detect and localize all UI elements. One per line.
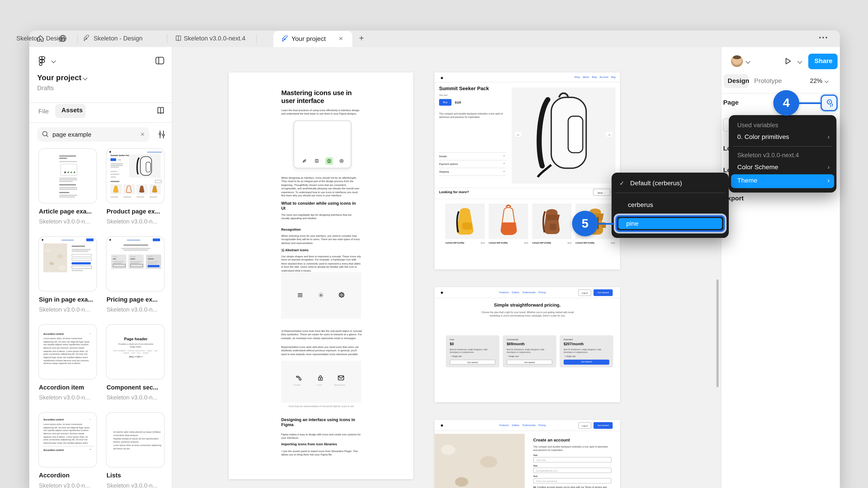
figma-menu-button[interactable] bbox=[37, 56, 57, 67]
new-tab-button[interactable]: + bbox=[359, 33, 364, 43]
plan-cta[interactable]: Get started bbox=[507, 360, 553, 365]
nav-link[interactable]: Bag bbox=[611, 76, 616, 78]
present-button[interactable] bbox=[784, 57, 792, 65]
nav-link[interactable]: Pricing bbox=[538, 291, 546, 294]
file-tab-label-2: Skeleton v3.0.0-next.4 bbox=[184, 35, 246, 41]
library-button[interactable] bbox=[156, 107, 165, 115]
nav-link[interactable]: Testimonials bbox=[522, 291, 535, 294]
login-button[interactable]: Log in bbox=[578, 422, 591, 429]
zoom-select[interactable]: 22% bbox=[810, 77, 822, 84]
article-p: Figma makes it easy to design with icons… bbox=[281, 433, 362, 440]
shop-logo-icon bbox=[441, 77, 443, 79]
signup-title: Create an account bbox=[533, 437, 570, 443]
accordion-payment[interactable]: Payment options bbox=[439, 163, 458, 165]
related-card[interactable] bbox=[532, 203, 572, 239]
nav-link[interactable]: Gallery bbox=[512, 424, 520, 427]
nav-link[interactable]: Gallery bbox=[512, 291, 520, 294]
terms-checkbox[interactable] bbox=[533, 486, 536, 488]
nav-link[interactable]: Features bbox=[499, 291, 509, 294]
asset-library: Skeleton v3.0.0-n... bbox=[106, 218, 158, 225]
nav-link[interactable]: Pricing bbox=[538, 424, 546, 427]
signup-nav: Features Gallery Testimonials Pricing bbox=[499, 424, 546, 427]
artboard-pricing[interactable]: Features Gallery Testimonials Pricing Lo… bbox=[434, 287, 620, 402]
nav-link[interactable]: Shop bbox=[575, 76, 580, 78]
apply-variable-icon bbox=[825, 98, 834, 108]
pricing-nav: Features Gallery Testimonials Pricing bbox=[499, 291, 546, 294]
more-button[interactable]: More → bbox=[593, 189, 610, 196]
divider bbox=[29, 102, 173, 103]
article-li: • Use the assets panel to import icons f… bbox=[281, 450, 360, 457]
library-book-icon bbox=[175, 35, 182, 42]
clear-search-icon[interactable]: × bbox=[141, 130, 145, 138]
menu-item-default-cerberus[interactable]: ✓ Default (cerberus) bbox=[619, 180, 682, 186]
thumbnail-preview: Accordion control – Lorem ipsum dolor, s… bbox=[38, 324, 97, 380]
plan-cta[interactable]: Get started bbox=[564, 360, 610, 365]
thumbnail-preview bbox=[38, 236, 97, 292]
login-button[interactable]: Log in bbox=[578, 289, 591, 296]
related-card[interactable] bbox=[445, 203, 485, 239]
name-field[interactable]: John Doe... bbox=[533, 457, 612, 462]
site-logo-icon bbox=[441, 424, 443, 427]
asset-library: Skeleton v3.0.0-n... bbox=[39, 394, 90, 400]
asset-library: Skeleton v3.0.0-n... bbox=[39, 306, 90, 313]
selected-user-icon bbox=[325, 157, 333, 165]
thumbnail-preview: Summit Seeker Pack bbox=[106, 148, 164, 203]
carousel-next-icon[interactable]: → bbox=[606, 132, 612, 137]
asset-title: Sign in page exa... bbox=[39, 296, 93, 302]
artboard-article[interactable]: Mastering icons use in user interface Le… bbox=[229, 72, 413, 479]
menu-item-theme[interactable]: Theme › bbox=[731, 174, 834, 188]
artboard-product[interactable]: Shop About Blog Account Bag Summit Seeke… bbox=[434, 72, 620, 269]
tab-file[interactable]: File bbox=[38, 108, 49, 115]
artboard-signup[interactable]: Features Gallery Testimonials Pricing Lo… bbox=[434, 420, 620, 488]
plan-cta[interactable]: Get started bbox=[450, 360, 495, 365]
share-button[interactable]: Share bbox=[808, 54, 838, 69]
canvas-scrollbar[interactable] bbox=[716, 280, 719, 387]
asset-library: Skeleton v3.0.0-n... bbox=[39, 218, 90, 225]
project-title[interactable]: Your project bbox=[37, 74, 82, 82]
accordion-details[interactable]: Details bbox=[439, 155, 447, 158]
related-card[interactable] bbox=[489, 203, 528, 239]
more-actions-button[interactable]: ⋯ bbox=[818, 32, 828, 43]
file-tab-your-project[interactable]: Your project × bbox=[273, 31, 352, 47]
search-input[interactable] bbox=[53, 127, 137, 142]
thumbnail-preview: Page header Provides a robust set of non… bbox=[106, 324, 164, 380]
menu-header-library: Skeleton v3.0.0-next.4 bbox=[737, 152, 799, 158]
nav-link[interactable]: Account bbox=[600, 76, 609, 78]
menu-header-used-variables: Used variables bbox=[737, 122, 778, 128]
carousel-prev-icon[interactable]: ← bbox=[515, 132, 521, 137]
variables-button[interactable] bbox=[819, 94, 839, 112]
menu-item-pine[interactable]: pine bbox=[618, 218, 722, 229]
nav-link[interactable]: Features bbox=[499, 424, 509, 427]
annotation-step-4: 4 bbox=[773, 90, 799, 116]
article-h2: Designing an interface using icons in Fi… bbox=[281, 418, 361, 427]
search-field[interactable]: × bbox=[37, 127, 149, 142]
plan-card-commercial[interactable]: Commercial $69/month Best for freelancer… bbox=[503, 335, 556, 367]
plan-card-free[interactable]: Free $0 Best for freelancers, single des… bbox=[446, 335, 499, 367]
avatar[interactable] bbox=[731, 55, 743, 67]
close-tab-icon[interactable]: × bbox=[339, 34, 343, 43]
menu-item-color-scheme[interactable]: Color Scheme bbox=[737, 164, 778, 170]
password-field[interactable]: Enter your password... bbox=[533, 478, 612, 484]
tab-design[interactable]: Design bbox=[724, 74, 749, 88]
toggle-sidebar-button[interactable] bbox=[155, 57, 164, 65]
asset-title: Lists bbox=[106, 472, 121, 479]
asset-library: Skeleton v3.0.0-n... bbox=[106, 394, 158, 400]
related-price: $230 bbox=[481, 242, 485, 244]
get-started-button[interactable]: Get started bbox=[594, 289, 613, 296]
accordion-shipping[interactable]: Shipping bbox=[439, 170, 449, 173]
plan-card-extended[interactable]: Extended $207/month Best for freelancers… bbox=[560, 335, 613, 367]
menu-item-color-primitives[interactable]: 0. Color primitives bbox=[737, 133, 789, 140]
tab-separator bbox=[256, 34, 257, 43]
nav-link[interactable]: Testimonials bbox=[522, 424, 535, 427]
filter-button[interactable] bbox=[158, 130, 166, 139]
buy-button[interactable]: Buy bbox=[439, 99, 452, 105]
product-title: Summit Seeker Pack bbox=[439, 86, 489, 91]
get-started-button[interactable]: Get started bbox=[594, 422, 613, 429]
email-field[interactable]: example@gmail.com... bbox=[533, 467, 612, 473]
file-tab-label: Skeleton - Design bbox=[16, 35, 65, 41]
tab-prototype[interactable]: Prototype bbox=[754, 77, 782, 84]
tab-assets[interactable]: Assets bbox=[55, 104, 86, 118]
nav-link[interactable]: Blog bbox=[592, 76, 597, 78]
nav-link[interactable]: About bbox=[583, 76, 589, 78]
menu-item-cerberus[interactable]: cerberus bbox=[628, 201, 653, 208]
